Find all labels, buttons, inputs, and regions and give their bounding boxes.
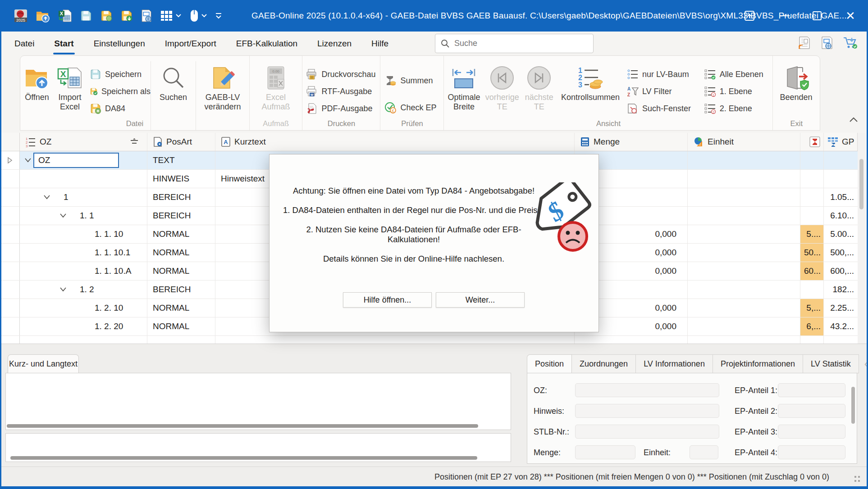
horizontal-scrollbar-thumb[interactable] (7, 424, 478, 428)
save-as-icon[interactable] (100, 9, 113, 22)
oz-numbered-list-icon: 123 (25, 136, 36, 147)
column-header-menge[interactable]: Menge (575, 133, 688, 151)
ep-anteil-2-field[interactable] (778, 404, 845, 418)
save-as-button[interactable]: Speichern als (86, 85, 151, 98)
table-scrollbar[interactable] (858, 133, 865, 344)
ep-highlight-cell[interactable]: 6,... (800, 317, 824, 335)
langtext-area[interactable] (5, 373, 511, 430)
open-button[interactable]: Öffnen (20, 61, 54, 102)
hinweis-field[interactable] (575, 404, 719, 418)
kurztext-area[interactable] (5, 433, 511, 462)
check-ep-button[interactable]: € Check EP (380, 101, 443, 114)
column-header-gp[interactable]: GP (824, 133, 858, 151)
import-excel-button[interactable]: X ImportExcel (54, 61, 86, 112)
menu-tab-efb-kalkulation[interactable]: EFB-Kalkulation (232, 32, 302, 55)
menu-tab-hilfe[interactable]: Hilfe (367, 32, 393, 55)
field-label-hinweis: Hinweis: (534, 407, 564, 416)
menu-tab-lizenzen[interactable]: Lizenzen (313, 32, 356, 55)
alle-ebenen-button[interactable]: Alle Ebenen (701, 68, 773, 81)
pdf-ausgabe-button[interactable]: PDF-Ausgabe (302, 102, 380, 115)
posart-icon (153, 136, 163, 147)
einheit-field[interactable] (690, 445, 718, 459)
da84-button[interactable]: DA84 (86, 102, 151, 115)
oz-field[interactable] (575, 383, 719, 397)
close-button[interactable]: ✕ (837, 0, 863, 32)
such-fenster-button[interactable]: Such-Fenster (623, 102, 701, 115)
tab-position[interactable]: Position (527, 354, 572, 373)
save-icon (90, 68, 101, 80)
beenden-button[interactable]: Beenden (773, 61, 819, 102)
save-button[interactable]: Speichern (86, 68, 151, 81)
oz-edit-cell[interactable]: OZ (33, 153, 119, 168)
scrollbar-thumb[interactable] (859, 159, 863, 209)
column-header-posart[interactable]: PosArt (147, 133, 215, 151)
column-header-oz[interactable]: 123 OZ (20, 133, 147, 151)
collapse-ribbon-button[interactable] (845, 113, 862, 127)
continue-button[interactable]: Weiter... (436, 292, 525, 308)
optimale-breite-button[interactable]: OptimaleBreite (444, 61, 484, 112)
tree-list-icon (627, 69, 639, 80)
stlb-nr-field[interactable] (575, 425, 719, 439)
rtf-ausgabe-button[interactable]: W RTF-Ausgabe (302, 85, 380, 98)
sort-icon[interactable] (130, 138, 139, 145)
tab-zuordnungen[interactable]: Zuordnungen (572, 354, 636, 373)
column-header-einheit[interactable]: Einheit (688, 133, 800, 151)
customize-quick-access-icon[interactable] (215, 13, 222, 19)
menu-tab-datei[interactable]: Datei (10, 32, 39, 55)
position-detail-panel: OZ: EP-Anteil 1: Hinweis: EP-Anteil 2: S… (527, 373, 857, 464)
panel-scrollbar-thumb[interactable] (851, 387, 855, 424)
document-globe-icon[interactable] (141, 9, 152, 23)
save-icon[interactable] (80, 9, 92, 22)
maximize-button[interactable] (804, 0, 830, 32)
ep-anteil-4-field[interactable] (778, 445, 845, 459)
ribbon-group-aufmass: 0.00 ExcelAufmaß Aufmaß (250, 56, 302, 130)
tab-kurz-und-langtext[interactable]: Kurz- und Langtext (8, 354, 79, 373)
quick-access-toolbar: 2025 X (0, 9, 222, 23)
field-label-ep1: EP-Anteil 1: (735, 386, 777, 395)
window-pin-icon[interactable] (736, 0, 763, 32)
ep-highlight-cell[interactable]: 5.... (800, 225, 824, 243)
table-row (0, 336, 865, 344)
druckvorschau-button[interactable]: Druckvorschau (302, 68, 380, 81)
window-border (0, 486, 868, 489)
nur-lv-baum-button[interactable]: nur LV-Baum (623, 68, 701, 81)
search-box[interactable] (435, 34, 594, 53)
open-help-button[interactable]: Hilfe öffnen... (343, 292, 432, 308)
import-excel-icon[interactable]: X (58, 9, 72, 23)
ep-highlight-cell[interactable]: 5,... (800, 299, 824, 317)
svg-text:X: X (60, 11, 64, 16)
lv-filter-button[interactable]: AZ LV Filter (623, 85, 701, 98)
all-levels-icon (704, 69, 716, 80)
ep-highlight-cell[interactable]: 60... (800, 262, 824, 280)
ep-anteil-1-field[interactable] (778, 383, 845, 397)
ep-anteil-3-field[interactable] (778, 425, 845, 439)
minimize-button[interactable] (772, 0, 798, 32)
ebene-2-button[interactable]: 2 2. Ebene (701, 102, 773, 115)
menu-tab-einstellungen[interactable]: Einstellungen (89, 32, 150, 55)
ep-highlight-cell[interactable]: 50... (800, 244, 824, 262)
apps-grid-icon[interactable] (160, 9, 182, 23)
resize-grip[interactable] (854, 476, 861, 482)
shop-cart-icon[interactable] (843, 36, 857, 51)
kontrollsummen-button[interactable]: 123 Kontrollsummen (557, 61, 623, 102)
mouse-settings-icon[interactable] (189, 9, 207, 23)
column-header-kurztext[interactable]: A Kurztext (215, 133, 575, 151)
ebene-1-button[interactable]: 1 1. Ebene (701, 85, 773, 98)
svg-text:1: 1 (578, 67, 582, 74)
tab-lv-informationen[interactable]: LV Informationen (636, 354, 713, 373)
menu-tab-import-export[interactable]: Import/Export (160, 32, 221, 55)
summen-button[interactable]: Summen (380, 74, 443, 87)
tab-lv-statistik[interactable]: LV Statistik (803, 354, 859, 373)
search-input[interactable] (454, 39, 576, 48)
menu-tab-start[interactable]: Start (50, 32, 78, 55)
tab-projektinformationen[interactable]: Projektinformationen (713, 354, 803, 373)
save-as-icon (90, 86, 98, 97)
dialog-line-3: 2. Nutzen Sie keine DA84-Dateien für Auf… (280, 225, 547, 244)
open-file-icon[interactable] (36, 9, 50, 23)
column-header-ep[interactable] (800, 133, 824, 151)
menge-field[interactable] (575, 445, 635, 459)
horizontal-scrollbar-thumb[interactable] (10, 456, 477, 460)
save-da84-icon[interactable] (120, 9, 133, 22)
news-feed-icon[interactable] (798, 36, 810, 51)
online-help-icon[interactable] (820, 36, 833, 51)
